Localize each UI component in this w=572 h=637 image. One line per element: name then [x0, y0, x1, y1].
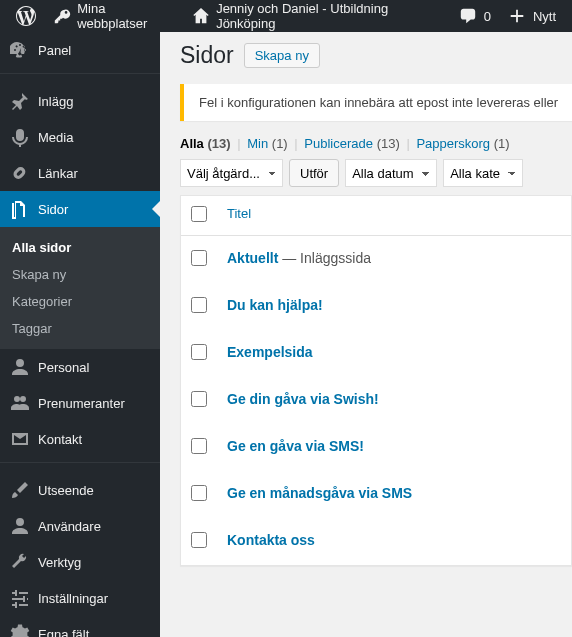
row-checkbox[interactable]: [191, 438, 207, 454]
menu-separator: [0, 73, 160, 78]
row-title[interactable]: Aktuellt: [227, 250, 278, 266]
table-row: Kontakta oss: [181, 518, 571, 565]
menu-users[interactable]: Användare: [0, 508, 160, 544]
menu-links[interactable]: Länkar: [0, 155, 160, 191]
filter-all[interactable]: Alla (13): [180, 136, 231, 151]
menu-tools[interactable]: Verktyg: [0, 544, 160, 580]
new-content[interactable]: Nytt: [499, 0, 564, 32]
my-sites-label: Mina webbplatser: [77, 1, 175, 31]
row-title[interactable]: Exempelsida: [227, 344, 313, 360]
submenu-create-new[interactable]: Skapa ny: [0, 261, 160, 288]
brush-icon: [10, 480, 30, 500]
tablenav-top: Välj åtgärd... Alla datum Alla kateg: [180, 159, 572, 187]
date-filter-select[interactable]: Alla datum: [345, 159, 437, 187]
menu-media[interactable]: Media: [0, 119, 160, 155]
admin-sidebar: Panel Inlägg Media Länkar Sidor Alla sid…: [0, 32, 160, 637]
apply-button[interactable]: [289, 159, 339, 187]
menu-label: Panel: [38, 43, 71, 58]
row-title[interactable]: Ge en gåva via SMS!: [227, 438, 364, 454]
menu-label: Användare: [38, 519, 101, 534]
menu-custom-fields[interactable]: Egna fält: [0, 616, 160, 637]
gear-icon: [10, 624, 30, 637]
comments-count: 0: [484, 9, 491, 24]
submenu-tags[interactable]: Taggar: [0, 315, 160, 342]
my-sites[interactable]: Mina webbplatser: [44, 0, 183, 32]
row-title[interactable]: Ge din gåva via Swish!: [227, 391, 379, 407]
status-filters: Alla (13) | Min (1) | Publicerade (13) |…: [180, 136, 572, 151]
row-title[interactable]: Ge en månadsgåva via SMS: [227, 485, 412, 501]
menu-label: Inställningar: [38, 591, 108, 606]
submenu-categories[interactable]: Kategorier: [0, 288, 160, 315]
select-all-checkbox[interactable]: [191, 206, 207, 222]
filter-published[interactable]: Publicerade (13): [304, 136, 399, 151]
mail-icon: [10, 429, 30, 449]
menu-label: Inlägg: [38, 94, 73, 109]
menu-settings[interactable]: Inställningar: [0, 580, 160, 616]
create-new-button[interactable]: Skapa ny: [244, 43, 320, 68]
row-suffix: — Inläggssida: [278, 250, 371, 266]
menu-panel[interactable]: Panel: [0, 32, 160, 68]
table-row: Du kan hjälpa!: [181, 283, 571, 330]
menu-posts[interactable]: Inlägg: [0, 83, 160, 119]
table-row: Exempelsida: [181, 330, 571, 377]
plus-icon: [507, 6, 527, 26]
menu-label: Media: [38, 130, 73, 145]
site-name-label: Jenniy och Daniel - Utbildning Jönköping: [216, 1, 442, 31]
menu-label: Egna fält: [38, 627, 89, 638]
wordpress-icon: [16, 6, 36, 26]
menu-separator: [0, 462, 160, 467]
row-checkbox[interactable]: [191, 297, 207, 313]
menu-label: Personal: [38, 360, 89, 375]
notice-text: Fel i konfigurationen kan innebära att e…: [199, 95, 558, 110]
table-row: Aktuellt — Inläggssida: [181, 236, 571, 283]
table-row: Ge en gåva via SMS!: [181, 424, 571, 471]
row-checkbox[interactable]: [191, 485, 207, 501]
menu-appearance[interactable]: Utseende: [0, 472, 160, 508]
dashboard-icon: [10, 40, 30, 60]
table-row: Ge en månadsgåva via SMS: [181, 471, 571, 518]
menu-pages[interactable]: Sidor: [0, 191, 160, 227]
home-icon: [191, 6, 210, 26]
key-icon: [52, 6, 71, 26]
filter-mine[interactable]: Min (1): [247, 136, 287, 151]
config-warning-notice: Fel i konfigurationen kan innebära att e…: [180, 84, 572, 121]
table-row: Ge din gåva via Swish!: [181, 377, 571, 424]
new-label: Nytt: [533, 9, 556, 24]
comments[interactable]: 0: [450, 0, 499, 32]
page-title: Sidor: [180, 42, 234, 69]
row-checkbox[interactable]: [191, 250, 207, 266]
user-icon: [10, 516, 30, 536]
column-title[interactable]: Titel: [227, 206, 251, 221]
comment-icon: [458, 6, 478, 26]
pages-table: Titel Aktuellt — InläggssidaDu kan hjälp…: [180, 195, 572, 566]
menu-label: Sidor: [38, 202, 68, 217]
menu-label: Verktyg: [38, 555, 81, 570]
submenu-all-pages[interactable]: Alla sidor: [0, 234, 160, 261]
menu-subscribers[interactable]: Prenumeranter: [0, 385, 160, 421]
row-title[interactable]: Kontakta oss: [227, 532, 315, 548]
media-icon: [10, 127, 30, 147]
submenu-pages: Alla sidor Skapa ny Kategorier Taggar: [0, 227, 160, 349]
page-icon: [10, 199, 30, 219]
site-name[interactable]: Jenniy och Daniel - Utbildning Jönköping: [183, 0, 450, 32]
menu-contact[interactable]: Kontakt: [0, 421, 160, 457]
sliders-icon: [10, 588, 30, 608]
page-header: Sidor Skapa ny: [180, 42, 572, 69]
filter-trash[interactable]: Papperskorg (1): [416, 136, 509, 151]
person-icon: [10, 357, 30, 377]
row-title[interactable]: Du kan hjälpa!: [227, 297, 323, 313]
menu-label: Prenumeranter: [38, 396, 125, 411]
menu-personal[interactable]: Personal: [0, 349, 160, 385]
main-content: Sidor Skapa ny Fel i konfigurationen kan…: [160, 32, 572, 637]
row-checkbox[interactable]: [191, 391, 207, 407]
menu-label: Länkar: [38, 166, 78, 181]
wrench-icon: [10, 552, 30, 572]
link-icon: [10, 163, 30, 183]
group-icon: [10, 393, 30, 413]
category-filter-select[interactable]: Alla kateg: [443, 159, 523, 187]
wp-logo[interactable]: [8, 0, 44, 32]
row-checkbox[interactable]: [191, 532, 207, 548]
bulk-action-select[interactable]: Välj åtgärd...: [180, 159, 283, 187]
row-checkbox[interactable]: [191, 344, 207, 360]
admin-toolbar: Mina webbplatser Jenniy och Daniel - Utb…: [0, 0, 572, 32]
